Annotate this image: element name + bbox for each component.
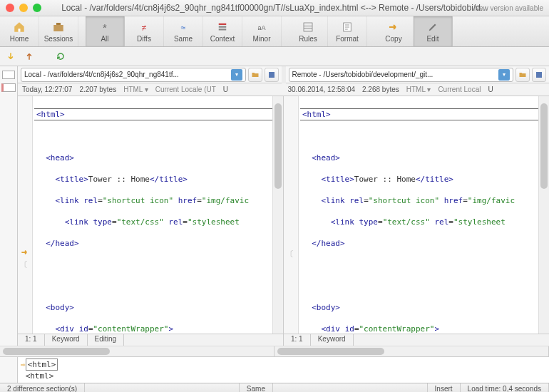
- svg-rect-12: [536, 72, 542, 78]
- merged-code[interactable]: ⇨<html> <html>: [18, 357, 549, 383]
- right-vscroll[interactable]: [538, 96, 549, 334]
- overview-gutter[interactable]: [0, 66, 18, 346]
- path-row: Local - /var/folders/4t/cn8j4j6s2_90qhr_…: [18, 66, 549, 83]
- left-code[interactable]: <html> <head> <title>Tower :: Home</titl…: [33, 96, 272, 334]
- merged-gutter: [0, 357, 18, 383]
- refresh-icon: [56, 51, 66, 61]
- overview-thumb[interactable]: [1, 83, 16, 92]
- right-cursor: 1: 1: [284, 334, 311, 346]
- minor-button[interactable]: aAMinor: [242, 16, 282, 46]
- left-pane: 〔 <html> <head> <title>Tower :: Home</ti…: [18, 96, 284, 346]
- right-footer: 1: 1 Keyword: [284, 334, 549, 346]
- edit-button[interactable]: Edit: [414, 16, 453, 46]
- folder-open-icon: [251, 71, 260, 79]
- new-version-label[interactable]: New version available: [474, 4, 543, 12]
- left-locale[interactable]: Current Locale (UT: [155, 86, 216, 93]
- right-f2: Keyword: [311, 334, 354, 346]
- svg-rect-1: [56, 23, 61, 25]
- right-code[interactable]: <html> <head> <title>Tower :: Home</titl…: [299, 96, 538, 334]
- right-locale[interactable]: Current Local: [438, 86, 481, 93]
- copy-button[interactable]: Copy: [374, 16, 414, 46]
- save-icon: [267, 71, 276, 79]
- gap-icon: 〔: [20, 259, 28, 270]
- window-title: Local - /var/folders/4t/cn8j4j6s2_90qhr_…: [0, 3, 549, 13]
- gap-icon: 〔: [286, 249, 294, 259]
- left-f2: Keyword: [45, 334, 88, 346]
- svg-text:aA: aA: [257, 24, 265, 31]
- svg-rect-7: [219, 29, 227, 30]
- folder-open-icon: [518, 71, 527, 79]
- next-diff-button[interactable]: [4, 50, 17, 63]
- left-hscroll[interactable]: [0, 346, 274, 356]
- sessions-button[interactable]: Sessions: [39, 16, 78, 46]
- context-icon: [216, 21, 229, 33]
- svg-rect-6: [219, 26, 227, 27]
- status-load: Load time: 0,4 seconds: [461, 383, 549, 392]
- prev-diff-button[interactable]: [23, 50, 36, 63]
- merged-view: ⇨<html> <html>: [0, 356, 549, 383]
- format-button[interactable]: Format: [328, 16, 367, 46]
- briefcase-icon: [52, 21, 65, 33]
- arrow-up-icon: [24, 51, 34, 61]
- main-toolbar: Home Sessions *All ≠Diffs ≈Same Context …: [0, 16, 549, 47]
- left-meta: Today, 12:27:072.207 bytes HTML ▾ Curren…: [18, 83, 284, 96]
- chevron-down-icon: ▾: [231, 69, 242, 81]
- save-icon: [535, 71, 543, 79]
- context-button[interactable]: Context: [203, 16, 242, 46]
- statusbar: 2 difference section(s) Same Insert Load…: [0, 383, 549, 392]
- rules-button[interactable]: Rules: [289, 16, 328, 46]
- arrow-down-icon: [6, 51, 16, 61]
- same-button[interactable]: ≈Same: [164, 16, 203, 46]
- not-equal-icon: ≠: [138, 21, 150, 33]
- right-diff-gutter: 〔: [284, 96, 299, 334]
- format-icon: [341, 21, 354, 33]
- asterisk-icon: *: [98, 21, 111, 33]
- home-button[interactable]: Home: [0, 16, 39, 46]
- left-f3: Editing: [88, 334, 125, 346]
- right-open-button[interactable]: [515, 68, 530, 82]
- all-button[interactable]: *All: [86, 16, 125, 46]
- svg-rect-0: [53, 25, 63, 31]
- left-save-button[interactable]: [265, 68, 279, 82]
- left-filetype[interactable]: HTML ▾: [123, 86, 148, 93]
- svg-rect-9: [304, 23, 312, 31]
- refresh-button[interactable]: [54, 50, 67, 63]
- svg-text:≈: ≈: [181, 22, 186, 32]
- home-icon: [13, 21, 26, 33]
- right-filetype[interactable]: HTML ▾: [406, 86, 431, 93]
- current-diff-icon: [20, 247, 30, 257]
- edit-icon: [426, 21, 439, 33]
- copy-icon: [387, 21, 400, 33]
- right-pane: 〔 <html> <head> <title>Tower :: Home</ti…: [284, 96, 549, 346]
- left-path-combo[interactable]: Local - /var/folders/4t/cn8j4j6s2_90qhr_…: [21, 68, 246, 82]
- titlebar: Local - /var/folders/4t/cn8j4j6s2_90qhr_…: [0, 0, 549, 16]
- left-vscroll[interactable]: [272, 96, 283, 334]
- overview-thumb[interactable]: [2, 71, 15, 79]
- right-path-combo[interactable]: Remote - /Users/tobidobi/development/_gi…: [289, 68, 514, 82]
- svg-text:*: *: [103, 21, 107, 33]
- rules-icon: [302, 21, 314, 33]
- svg-text:≠: ≠: [142, 22, 147, 32]
- hscroll-row: [0, 346, 549, 356]
- svg-rect-5: [219, 23, 227, 24]
- left-footer: 1: 1 Keyword Editing: [18, 334, 283, 346]
- chevron-down-icon: ▾: [498, 69, 510, 81]
- diffs-button[interactable]: ≠Diffs: [125, 16, 164, 46]
- status-same: Same: [240, 383, 273, 392]
- right-hscroll[interactable]: [274, 346, 549, 356]
- meta-row: Today, 12:27:072.207 bytes HTML ▾ Curren…: [18, 83, 549, 96]
- code-row: 〔 <html> <head> <title>Tower :: Home</ti…: [18, 96, 549, 346]
- status-insert: Insert: [428, 383, 461, 392]
- svg-rect-11: [269, 72, 274, 78]
- approx-icon: ≈: [177, 21, 190, 33]
- diff-nav-row: [0, 47, 549, 66]
- left-open-button[interactable]: [248, 68, 262, 82]
- left-cursor: 1: 1: [18, 334, 45, 346]
- status-diffs: 2 difference section(s): [0, 383, 85, 392]
- left-diff-gutter: 〔: [18, 96, 33, 334]
- right-meta: 30.06.2014, 12:58:042.268 bytes HTML ▾ C…: [284, 83, 550, 96]
- minor-icon: aA: [255, 21, 268, 33]
- main-area: Local - /var/folders/4t/cn8j4j6s2_90qhr_…: [0, 66, 549, 346]
- right-save-button[interactable]: [532, 68, 546, 82]
